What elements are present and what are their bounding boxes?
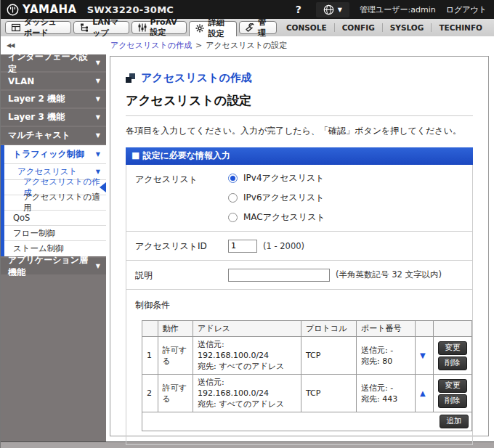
sidebar-item-label: マルチキャスト <box>8 129 70 142</box>
conditions-table: 動作 アドレス プロトコル ポート番号 1 <box>142 320 472 431</box>
sidebar-item-label: フロー制御 <box>13 228 55 239</box>
tab-detailed-settings[interactable]: 詳細設定 <box>189 21 236 36</box>
col-index <box>142 321 158 337</box>
access-list-id-input[interactable] <box>228 240 257 253</box>
device-model: SWX3220-30MC <box>87 4 174 15</box>
form-section-header: ■ 設定に必要な情報入力 <box>126 147 473 165</box>
port-source: 送信元: - <box>361 383 410 394</box>
radio-button-icon <box>228 213 238 222</box>
brand-name: YAMAHA <box>23 3 77 16</box>
col-action: 動作 <box>158 321 193 337</box>
radio-mac-access-list[interactable]: MACアクセスリスト <box>228 211 325 224</box>
move-up-icon[interactable]: ▲ <box>420 389 426 397</box>
field-label: アクセスリスト <box>135 172 228 224</box>
sidebar-item-label: アプリケーション層機能 <box>8 254 96 279</box>
col-move <box>415 321 433 337</box>
chevron-down-icon: ▼ <box>96 263 100 269</box>
breadcrumb: アクセスリストの作成>アクセスリストの設定 <box>106 40 287 51</box>
delete-button[interactable]: 削除 <box>438 357 467 370</box>
sidebar-item-storm-control[interactable]: ストーム制御 <box>4 241 106 256</box>
form-row-conditions: 制御条件 動作 アドレス プロトコル <box>126 290 472 444</box>
tab-proav-settings[interactable]: ProAV設定 <box>131 21 187 34</box>
change-button[interactable]: 変更 <box>438 341 467 355</box>
sidebar-item-layer3[interactable]: Layer 3 機能 ▼ <box>1 109 106 126</box>
form-row-access-list-id: アクセスリストID (1 - 2000) <box>126 232 472 261</box>
chevron-down-icon: ▼ <box>96 60 100 66</box>
sidebar-item-application-layer[interactable]: アプリケーション層機能 ▼ <box>1 258 106 274</box>
sidebar-item-label: インターフェース設定 <box>8 51 96 76</box>
form-section: アクセスリスト IPv4アクセスリスト IPv6アクセスリスト <box>126 165 473 445</box>
config-link[interactable]: CONFIG <box>334 23 382 32</box>
sidebar-item-traffic-control[interactable]: トラフィック制御 ▼ <box>4 145 106 164</box>
help-button[interactable]: ? <box>291 4 306 15</box>
tab-dashboard[interactable]: ダッシュボード <box>5 21 71 34</box>
form-row-access-list-type: アクセスリスト IPv4アクセスリスト IPv6アクセスリスト <box>126 165 472 232</box>
main-area: アクセスリストの作成 アクセスリストの設定 各項目を入力してください。入力が完了… <box>106 54 494 441</box>
port-source: 送信元: - <box>361 345 410 356</box>
selected-item-marker <box>100 182 106 192</box>
section-title: アクセスリストの作成 <box>141 71 252 85</box>
change-button[interactable]: 変更 <box>438 379 467 393</box>
breadcrumb-current: アクセスリストの設定 <box>206 41 287 50</box>
radio-label: MACアクセスリスト <box>243 211 325 224</box>
tab-management[interactable]: 管 理 <box>239 21 277 34</box>
brand-logo: YAMAHA <box>7 3 77 16</box>
col-address: アドレス <box>193 321 301 337</box>
settings-panel: アクセスリストの作成 アクセスリストの設定 各項目を入力してください。入力が完了… <box>110 56 489 436</box>
sidebar-item-label: Layer 2 機能 <box>8 93 65 105</box>
globe-icon <box>323 4 334 15</box>
row-move-cell: ▲ <box>415 375 433 412</box>
sidebar-item-layer2[interactable]: Layer 2 機能 ▼ <box>1 91 106 107</box>
radio-ipv4-access-list[interactable]: IPv4アクセスリスト <box>228 172 325 184</box>
sidebar-item-flow-control[interactable]: フロー制御 <box>4 226 106 241</box>
access-list-type-radio-group: IPv4アクセスリスト IPv6アクセスリスト MACアクセスリスト <box>228 172 325 224</box>
sidebar-item-access-list-apply[interactable]: アクセスリストの適用 <box>4 195 106 211</box>
logout-link[interactable]: ログアウト <box>446 4 487 15</box>
sidebar-filler <box>1 276 106 441</box>
syslog-link[interactable]: SYSLOG <box>382 23 432 32</box>
tab-label: ダッシュボード <box>24 17 63 38</box>
sidebar-item-label: トラフィック制御 <box>13 148 84 160</box>
chevron-down-icon: ▼ <box>96 114 100 121</box>
settings-sidebar: インターフェース設定 ▼ VLAN ▼ Layer 2 機能 ▼ Layer 3… <box>1 54 106 441</box>
sidebar-item-multicast[interactable]: マルチキャスト ▼ <box>1 127 106 144</box>
breadcrumb-parent-link[interactable]: アクセスリストの作成 <box>110 41 192 50</box>
radio-button-icon <box>228 193 238 203</box>
row-move-cell: ▼ <box>415 337 433 375</box>
console-link[interactable]: CONSOLE <box>279 23 334 32</box>
sidebar-item-label: Layer 3 機能 <box>8 111 65 123</box>
address-destination: 宛先: すべてのアドレス <box>198 361 296 372</box>
move-down-icon[interactable]: ▼ <box>420 351 426 359</box>
language-selector[interactable]: ▼ <box>316 2 349 17</box>
tab-lan-map[interactable]: LANマップ <box>73 21 129 34</box>
sidebar-item-label: VLAN <box>8 76 34 86</box>
instruction-text: 各項目を入力してください。入力が完了したら、「確認」ボタンを押してください。 <box>126 125 473 137</box>
delete-button[interactable]: 削除 <box>438 394 467 408</box>
chevron-down-icon: ▼ <box>96 78 100 84</box>
sidebar-group-traffic-control: トラフィック制御 ▼ アクセスリスト ▼ アクセスリストの作成 アクセスリストの… <box>1 145 106 256</box>
title-divider <box>126 115 473 116</box>
top-bar-right: ? ▼ 管理ユーザー:admin ログアウト <box>291 2 487 17</box>
form-row-description: 説明 (半角英数記号 32 文字以内) <box>126 261 472 290</box>
chevron-down-icon: ▼ <box>96 132 100 139</box>
techinfo-link[interactable]: TECHINFO <box>431 23 490 32</box>
row-address: 送信元: 192.168.100.0/24 宛先: すべてのアドレス <box>193 375 301 412</box>
sidebar-collapse-icon[interactable]: ◀◀ <box>1 42 106 49</box>
row-address: 送信元: 192.168.100.0/24 宛先: すべてのアドレス <box>193 337 301 375</box>
sidebar-item-vlan[interactable]: VLAN ▼ <box>1 73 106 89</box>
dashboard-icon <box>12 23 20 32</box>
radio-ipv6-access-list[interactable]: IPv6アクセスリスト <box>228 192 325 204</box>
sliders-icon <box>138 23 147 32</box>
description-hint: (半角英数記号 32 文字以内) <box>336 269 442 280</box>
sidebar-item-label: QoS <box>13 213 30 223</box>
yamaha-switch-web-gui: YAMAHA SWX3220-30MC ? ▼ 管理ユーザー:admin ログア… <box>0 0 494 448</box>
main-tab-bar: ダッシュボード LANマップ ProAV設定 詳細設定 管 理 <box>1 19 494 36</box>
sidebar-item-interface-settings[interactable]: インターフェース設定 ▼ <box>1 54 106 71</box>
sidebar-item-qos[interactable]: QoS <box>4 211 106 226</box>
description-input[interactable] <box>228 269 330 282</box>
field-label: アクセスリストID <box>135 239 228 253</box>
add-button[interactable]: 追加 <box>440 415 469 428</box>
field-label: 説明 <box>135 268 228 282</box>
table-add-row: 追加 <box>142 412 472 431</box>
lan-map-icon <box>80 23 89 32</box>
